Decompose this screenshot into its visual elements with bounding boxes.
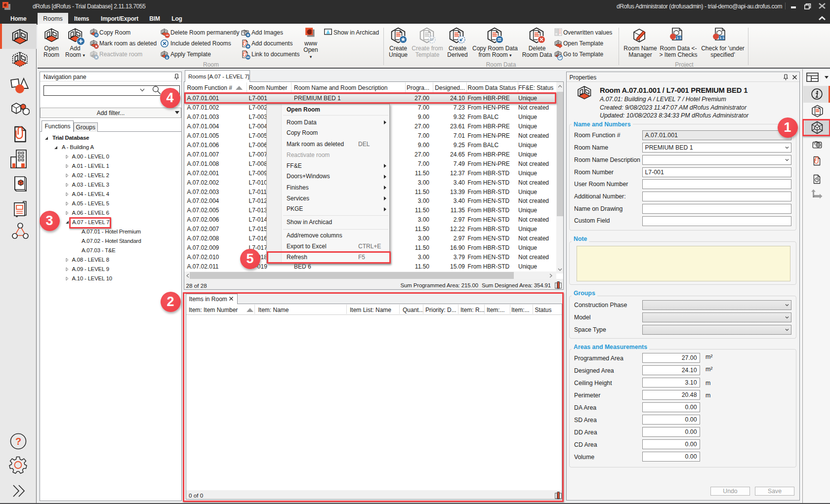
svg-text:1:1: 1:1 [676,36,681,39]
svg-text:1:1: 1:1 [719,36,724,39]
svg-text:?: ? [15,436,21,447]
